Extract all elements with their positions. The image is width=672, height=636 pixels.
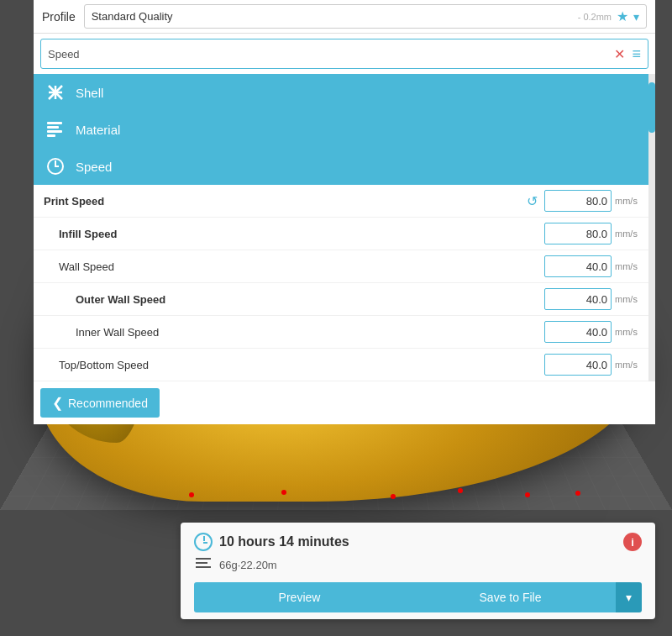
setting-name-print-speed: Print Speed — [44, 195, 527, 208]
shell-icon — [44, 81, 67, 104]
bottom-buttons: Preview Save to File ▾ — [194, 582, 642, 612]
material-length: 22.20m — [240, 559, 276, 571]
category-speed-label: Speed — [76, 160, 112, 174]
scrollbar-thumb[interactable] — [648, 82, 655, 133]
profile-quality: Standard Quality — [92, 10, 575, 23]
setting-value-outer-wall-speed[interactable] — [544, 288, 612, 310]
setting-name-wall-speed: Wall Speed — [59, 260, 544, 273]
recommended-button[interactable]: ❮ Recommended — [40, 388, 160, 418]
settings-scroll-container: Shell Material Speed — [34, 74, 655, 381]
category-material[interactable]: Material — [34, 111, 655, 148]
category-shell[interactable]: Shell — [34, 74, 655, 111]
category-shell-label: Shell — [76, 86, 103, 100]
search-bar: ✕ ≡ — [40, 39, 648, 69]
error-dot — [458, 488, 463, 493]
setting-unit-wall-speed: mm/s — [615, 261, 645, 271]
scrollbar-track[interactable] — [648, 74, 655, 381]
setting-value-inner-wall-speed[interactable] — [544, 321, 612, 343]
setting-unit-topbottom-speed: mm/s — [615, 360, 645, 370]
profile-label: Profile — [42, 10, 76, 24]
setting-row-print-speed: Print Speed ↺ mm/s — [34, 185, 655, 218]
bottom-info-bar: 10 hours 14 minutes i 66g · 22.20m Previ… — [181, 523, 655, 619]
preview-button[interactable]: Preview — [194, 582, 405, 612]
settings-area: Print Speed ↺ mm/s Infill Speed mm/s Wal… — [34, 185, 655, 381]
reset-print-speed-icon[interactable]: ↺ — [527, 193, 538, 209]
category-speed[interactable]: Speed — [34, 148, 655, 185]
favorite-star-icon[interactable]: ★ — [617, 8, 628, 24]
setting-unit-print-speed: mm/s — [615, 196, 645, 206]
time-row: 10 hours 14 minutes i — [194, 533, 642, 551]
setting-name-outer-wall-speed: Outer Wall Speed — [76, 293, 544, 306]
search-menu-icon[interactable]: ≡ — [632, 45, 641, 63]
material-weight: 66g — [219, 559, 238, 571]
info-button[interactable]: i — [623, 533, 642, 551]
time-icon — [194, 533, 213, 551]
save-to-file-button[interactable]: Save to File — [405, 582, 616, 612]
setting-unit-infill-speed: mm/s — [615, 229, 645, 239]
save-dropdown-icon: ▾ — [626, 591, 632, 604]
setting-name-topbottom-speed: Top/Bottom Speed — [59, 359, 544, 371]
setting-value-topbottom-speed[interactable] — [544, 354, 612, 376]
setting-value-infill-speed[interactable] — [544, 223, 612, 244]
setting-name-inner-wall-speed: Inner Wall Speed — [76, 326, 544, 339]
info-icon: i — [631, 536, 634, 549]
setting-row-outer-wall-speed: Outer Wall Speed mm/s — [34, 283, 655, 316]
speed-icon — [44, 155, 67, 178]
material-icon — [44, 118, 67, 141]
filament-icon — [194, 556, 213, 574]
error-dot — [189, 492, 194, 497]
error-dot — [281, 490, 286, 495]
profile-chevron-down-icon: ▾ — [633, 10, 639, 24]
save-dropdown-button[interactable]: ▾ — [616, 582, 642, 612]
error-dot — [391, 494, 396, 499]
recommended-label: Recommended — [68, 397, 148, 410]
setting-row-topbottom-speed: Top/Bottom Speed mm/s — [34, 349, 655, 381]
save-label: Save to File — [480, 591, 542, 604]
error-dot — [525, 492, 530, 497]
setting-row-infill-speed: Infill Speed mm/s — [34, 218, 655, 250]
setting-value-wall-speed[interactable] — [544, 255, 612, 277]
settings-panel: Profile Standard Quality - 0.2mm ★ ▾ ✕ ≡ — [34, 0, 655, 424]
clear-search-icon[interactable]: ✕ — [614, 46, 625, 62]
error-dot — [575, 491, 580, 496]
setting-row-inner-wall-speed: Inner Wall Speed mm/s — [34, 316, 655, 349]
preview-label: Preview — [279, 591, 321, 604]
material-row: 66g · 22.20m — [194, 556, 642, 574]
setting-name-infill-speed: Infill Speed — [59, 228, 544, 240]
category-material-label: Material — [76, 123, 120, 137]
profile-dropdown[interactable]: Standard Quality - 0.2mm ★ ▾ — [84, 4, 647, 29]
profile-quality-sub: - 0.2mm — [578, 12, 612, 22]
print-time: 10 hours 14 minutes — [219, 534, 623, 549]
setting-unit-outer-wall-speed: mm/s — [615, 294, 645, 304]
setting-row-wall-speed: Wall Speed mm/s — [34, 250, 655, 283]
setting-unit-inner-wall-speed: mm/s — [615, 327, 645, 337]
search-input[interactable] — [48, 48, 614, 60]
setting-value-print-speed[interactable] — [544, 190, 612, 212]
chevron-left-icon: ❮ — [52, 395, 63, 411]
profile-header: Profile Standard Quality - 0.2mm ★ ▾ — [34, 0, 655, 34]
